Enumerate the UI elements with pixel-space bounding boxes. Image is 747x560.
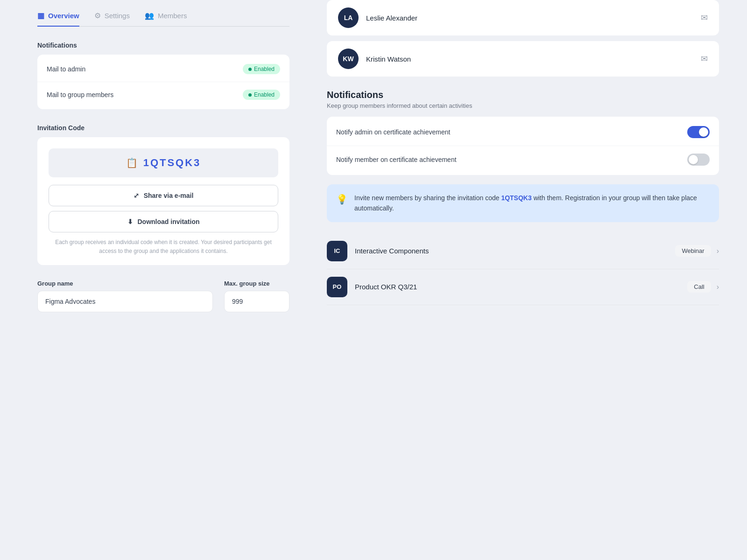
course-avatar-ic: IC: [327, 241, 347, 261]
max-group-size-label: Max. group size: [224, 280, 289, 287]
overview-icon: ▦: [37, 11, 44, 20]
right-notifications-title: Notifications: [327, 90, 719, 100]
download-invitation-button[interactable]: ⬇ Download invitation: [49, 211, 278, 232]
members-icon: 👥: [145, 11, 154, 20]
toggle-row-member: Notify member on certificate achievement: [327, 146, 719, 173]
right-panel: LA Leslie Alexander ✉ KW Kristin Watson …: [308, 0, 747, 560]
notifications-section-label: Notifications: [37, 42, 289, 49]
group-form-row: Group name Max. group size ▲ ▼: [37, 280, 289, 312]
status-badge-admin: Enabled: [243, 64, 280, 74]
chevron-icon-po[interactable]: ›: [717, 283, 719, 291]
badge-dot-members: [248, 93, 252, 97]
notification-row-admin: Mail to admin Enabled: [37, 56, 289, 82]
copy-icon: 📋: [126, 157, 138, 168]
status-badge-members: Enabled: [243, 90, 280, 100]
member-card-la: LA Leslie Alexander ✉: [327, 0, 719, 35]
info-text: Invite new members by sharing the invita…: [354, 193, 710, 214]
course-row-po: PO Product OKR Q3/21 Call ›: [327, 269, 719, 305]
invitation-note: Each group receives an individual code w…: [49, 238, 278, 256]
info-box: 💡 Invite new members by sharing the invi…: [327, 184, 719, 222]
badge-dot-admin: [248, 68, 252, 71]
chevron-icon-ic[interactable]: ›: [717, 247, 719, 255]
member-info-kw: KW Kristin Watson: [338, 49, 411, 69]
member-card-kw: KW Kristin Watson ✉: [327, 41, 719, 77]
member-name-la: Leslie Alexander: [366, 14, 417, 22]
settings-icon: ⚙: [94, 11, 101, 20]
member-name-kw: Kristin Watson: [366, 55, 411, 63]
avatar-la: LA: [338, 7, 359, 28]
course-name-po: Product OKR Q3/21: [355, 283, 417, 291]
toggle-thumb-member: [689, 155, 698, 164]
course-tag-po: Call: [687, 281, 711, 293]
share-icon: ⤢: [134, 192, 139, 199]
tab-settings[interactable]: ⚙ Settings: [94, 11, 130, 27]
course-left-ic: IC Interactive Components: [327, 241, 429, 261]
course-row-ic: IC Interactive Components Webinar ›: [327, 233, 719, 269]
invitation-card: 📋 1QTSQK3 ⤢ Share via e-mail ⬇ Download …: [37, 137, 289, 265]
download-icon: ⬇: [127, 218, 133, 225]
avatar-kw: KW: [338, 49, 359, 69]
course-avatar-po: PO: [327, 277, 347, 297]
max-group-size-group: Max. group size ▲ ▼: [224, 280, 289, 312]
course-right-ic: Webinar ›: [675, 245, 719, 257]
tab-members[interactable]: 👥 Members: [145, 11, 187, 27]
member-info-la: LA Leslie Alexander: [338, 7, 417, 28]
invitation-code-label: Invitation Code: [37, 124, 289, 132]
right-notifications-sub: Keep group members informed about certai…: [327, 102, 719, 109]
group-name-label: Group name: [37, 280, 213, 287]
toggle-card: Notify admin on certificate achievement …: [327, 117, 719, 175]
notification-row-members: Mail to group members Enabled: [37, 82, 289, 107]
toggle-thumb-admin: [699, 127, 708, 137]
course-left-po: PO Product OKR Q3/21: [327, 277, 417, 297]
group-name-input[interactable]: [37, 291, 213, 312]
tabs: ▦ Overview ⚙ Settings 👥 Members: [37, 0, 289, 27]
group-size-stepper: ▲ ▼: [224, 291, 289, 312]
code-display: 📋 1QTSQK3: [49, 148, 278, 177]
mail-icon-la[interactable]: ✉: [701, 13, 708, 23]
invitation-code-text: 1QTSQK3: [143, 157, 201, 169]
mail-icon-kw[interactable]: ✉: [701, 54, 708, 64]
courses-list: IC Interactive Components Webinar › PO P…: [327, 233, 719, 305]
toggle-admin[interactable]: [687, 126, 710, 138]
share-email-button[interactable]: ⤢ Share via e-mail: [49, 185, 278, 206]
group-name-group: Group name: [37, 280, 213, 312]
course-right-po: Call ›: [687, 281, 719, 293]
toggle-member[interactable]: [687, 154, 710, 166]
tab-overview[interactable]: ▦ Overview: [37, 11, 79, 27]
course-tag-ic: Webinar: [675, 245, 711, 257]
left-panel: ▦ Overview ⚙ Settings 👥 Members Notifica…: [0, 0, 308, 560]
course-name-ic: Interactive Components: [355, 247, 429, 255]
toggle-row-admin: Notify admin on certificate achievement: [327, 119, 719, 146]
group-size-input[interactable]: [225, 291, 289, 312]
notifications-card: Mail to admin Enabled Mail to group memb…: [37, 55, 289, 109]
bulb-icon: 💡: [336, 194, 348, 214]
